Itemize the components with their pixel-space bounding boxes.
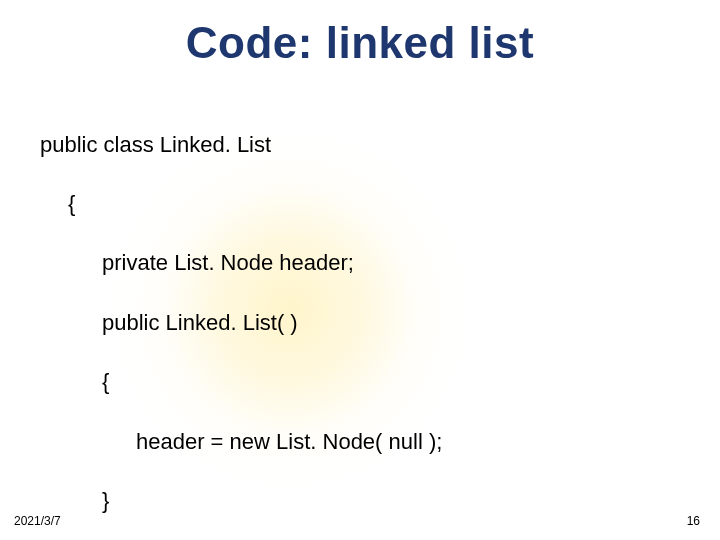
code-block: public class Linked. List { private List… bbox=[40, 100, 680, 540]
code-line: public Linked. List( ) bbox=[40, 308, 680, 338]
footer-page-number: 16 bbox=[687, 514, 700, 528]
code-line: { bbox=[40, 189, 680, 219]
slide: Code: linked list public class Linked. L… bbox=[0, 0, 720, 540]
code-line: } bbox=[40, 486, 680, 516]
footer-date: 2021/3/7 bbox=[14, 514, 61, 528]
code-line: { bbox=[40, 367, 680, 397]
code-line: header = new List. Node( null ); bbox=[40, 427, 680, 457]
code-line: public class Linked. List bbox=[40, 130, 680, 160]
slide-title: Code: linked list bbox=[0, 18, 720, 68]
code-line: private List. Node header; bbox=[40, 248, 680, 278]
